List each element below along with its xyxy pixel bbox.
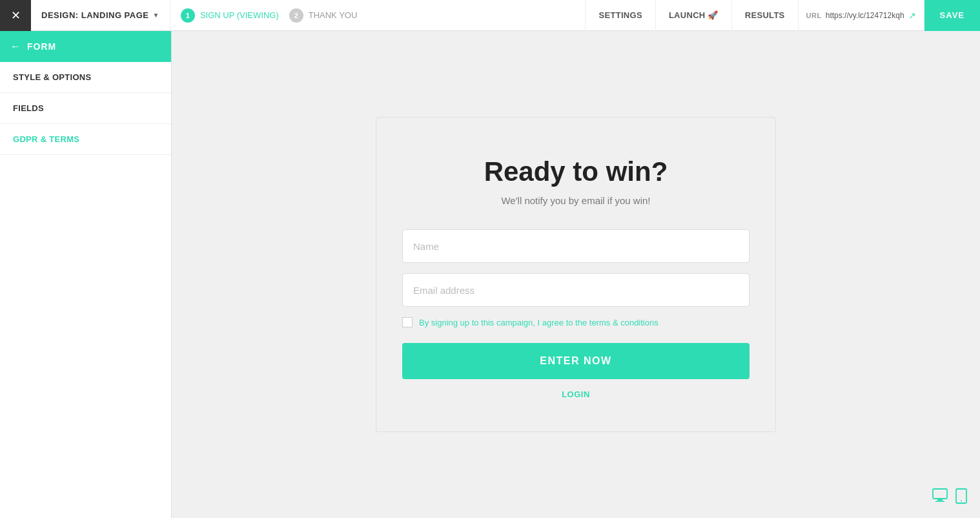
nav-launch[interactable]: LAUNCH 🚀 <box>656 0 732 31</box>
device-icons <box>932 488 967 508</box>
design-label: DESIGN: LANDING PAGE <box>41 10 149 20</box>
form-title: Ready to win? <box>484 156 668 187</box>
close-icon: ✕ <box>11 8 21 23</box>
sidebar-item-gdpr-terms[interactable]: GDPR & TERMS <box>0 124 171 155</box>
external-link-icon[interactable]: ↗ <box>908 10 916 21</box>
login-link[interactable]: LOGIN <box>562 389 590 399</box>
nav-results[interactable]: RESULTS <box>732 0 799 31</box>
svg-rect-0 <box>933 489 947 499</box>
svg-rect-2 <box>935 501 944 502</box>
design-dropdown[interactable]: DESIGN: LANDING PAGE ▼ <box>31 0 170 31</box>
back-arrow-icon: ← <box>10 41 21 52</box>
sidebar-menu: STYLE & OPTIONS FIELDS GDPR & TERMS <box>0 62 171 155</box>
step-2-label: THANK YOU <box>309 10 358 20</box>
email-field-wrapper <box>402 273 750 307</box>
dropdown-caret-icon: ▼ <box>153 12 159 19</box>
main-layout: ← FORM STYLE & OPTIONS FIELDS GDPR & TER… <box>0 31 980 518</box>
email-input[interactable] <box>402 273 750 307</box>
svg-point-4 <box>961 501 962 502</box>
tablet-icon[interactable] <box>955 488 967 508</box>
sidebar-header[interactable]: ← FORM <box>0 31 171 62</box>
sidebar-title: FORM <box>27 41 56 52</box>
nav-settings[interactable]: SETTINGS <box>586 0 655 31</box>
step-1-number: 1 <box>181 8 195 23</box>
desktop-icon[interactable] <box>932 488 948 508</box>
name-input[interactable] <box>402 229 750 263</box>
terms-label[interactable]: By signing up to this campaign, I agree … <box>419 318 658 327</box>
sidebar-item-style-options[interactable]: STYLE & OPTIONS <box>0 62 171 93</box>
sidebar: ← FORM STYLE & OPTIONS FIELDS GDPR & TER… <box>0 31 172 518</box>
name-field-wrapper <box>402 229 750 263</box>
steps-nav: 1 SIGN UP (VIEWING) 2 THANK YOU <box>170 8 367 23</box>
url-value: https://vy.lc/124712kqh <box>826 11 904 20</box>
form-subtitle: We'll notify you by email if you win! <box>501 195 650 206</box>
nav-links: SETTINGS LAUNCH 🚀 RESULTS URL https://vy… <box>585 0 980 31</box>
close-button[interactable]: ✕ <box>0 0 31 31</box>
enter-now-button[interactable]: ENTER NOW <box>402 343 750 379</box>
top-bar: ✕ DESIGN: LANDING PAGE ▼ 1 SIGN UP (VIEW… <box>0 0 980 31</box>
step-2[interactable]: 2 THANK YOU <box>289 8 358 23</box>
terms-checkbox[interactable] <box>402 317 413 327</box>
content-area: Ready to win? We'll notify you by email … <box>172 31 980 518</box>
sidebar-item-fields[interactable]: FIELDS <box>0 93 171 124</box>
terms-row: By signing up to this campaign, I agree … <box>402 317 750 327</box>
step-2-number: 2 <box>289 8 303 23</box>
url-label: URL <box>806 12 822 19</box>
save-button[interactable]: SAVE <box>924 0 980 31</box>
form-card: Ready to win? We'll notify you by email … <box>376 117 776 432</box>
step-1[interactable]: 1 SIGN UP (VIEWING) <box>181 8 279 23</box>
url-section: URL https://vy.lc/124712kqh ↗ <box>799 0 924 31</box>
step-1-label: SIGN UP (VIEWING) <box>200 10 279 20</box>
svg-rect-1 <box>937 499 943 501</box>
